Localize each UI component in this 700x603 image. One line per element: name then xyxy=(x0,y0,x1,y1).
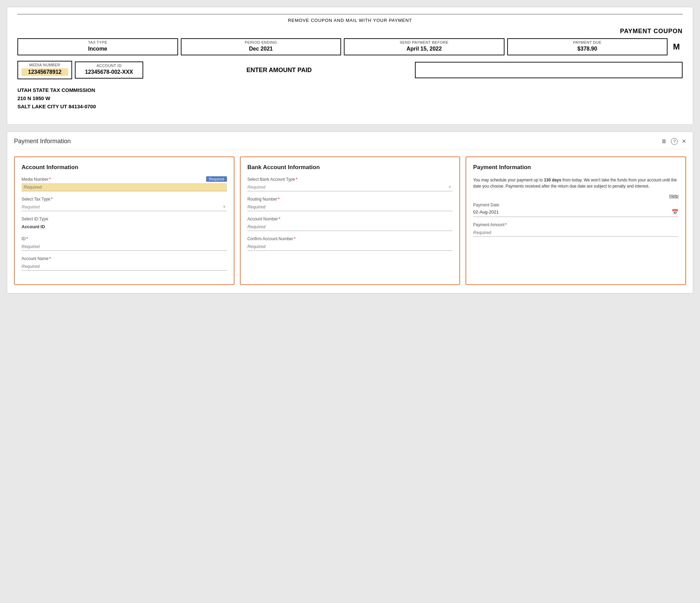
payment-amount-input[interactable] xyxy=(473,229,678,237)
select-bank-type[interactable]: Required xyxy=(247,183,453,191)
account-number-input[interactable] xyxy=(247,223,453,231)
tax-type-value: Income xyxy=(22,46,174,52)
select-id-type-field-group: Select ID Type Account ID xyxy=(22,217,227,231)
coupon-fields-row-2: MEDIA NUMBER 12345678912 ACCOUNT ID 1234… xyxy=(17,61,683,79)
send-payment-box: SEND PAYMENT BEFORE April 15, 2022 xyxy=(344,38,504,55)
select-bank-wrapper[interactable]: Required xyxy=(247,183,453,191)
payment-info-section: Payment Information 🗎 ? × Account Inform… xyxy=(7,132,693,293)
account-information-card: Account Information Media Number* Requir… xyxy=(14,156,234,285)
account-number-field-group: Account Number* xyxy=(247,217,453,231)
address-line1: UTAH STATE TAX COMMISSION xyxy=(17,86,683,94)
account-id-box: ACCOUNT ID 12345678-002-XXX xyxy=(75,61,143,79)
payment-due-label: PAYMENT DUE xyxy=(511,40,664,44)
amount-input-box[interactable] xyxy=(415,62,683,78)
confirm-account-input[interactable] xyxy=(247,243,453,251)
tax-type-box: TAX TYPE Income xyxy=(17,38,178,55)
id-input[interactable] xyxy=(22,243,227,251)
media-number-field-group: Media Number* Required xyxy=(22,177,227,191)
document-icon[interactable]: 🗎 xyxy=(661,138,667,145)
id-field-label: ID* xyxy=(22,236,227,241)
select-tax-type-field-group: Select Tax Type* Required xyxy=(22,197,227,211)
confirm-account-field-group: Confirm Account Number* xyxy=(247,236,453,251)
bank-account-information-card: Bank Account Information Select Bank Acc… xyxy=(240,156,460,285)
payment-info-icons: 🗎 ? × xyxy=(661,137,686,145)
send-payment-value: April 15, 2022 xyxy=(348,46,500,52)
payment-info-description: You may schedule your payment up to 130 … xyxy=(473,177,678,189)
coupon-instruction: REMOVE COUPON AND MAIL WITH YOUR PAYMENT xyxy=(17,18,683,23)
payment-amount-label: Payment Amount* xyxy=(473,222,678,227)
id-field-group: ID* xyxy=(22,236,227,251)
select-id-type-label: Select ID Type xyxy=(22,217,227,221)
payment-due-box: PAYMENT DUE $378.90 xyxy=(507,38,668,55)
help-circle-icon[interactable]: ? xyxy=(671,138,678,145)
help-link[interactable]: Help xyxy=(473,193,678,198)
media-number-value: 12345678912 xyxy=(22,68,68,76)
close-icon[interactable]: × xyxy=(682,137,686,145)
account-name-input[interactable] xyxy=(22,262,227,271)
routing-number-input[interactable] xyxy=(247,203,453,211)
period-ending-box: PERIOD ENDING Dec 2021 xyxy=(181,38,341,55)
payment-info-header: Payment Information 🗎 ? × xyxy=(14,137,686,150)
select-tax-type-wrapper[interactable]: Required xyxy=(22,203,227,211)
period-ending-value: Dec 2021 xyxy=(185,46,337,52)
bank-card-title: Bank Account Information xyxy=(247,164,453,171)
calendar-icon[interactable]: 📅 xyxy=(672,209,678,215)
select-tax-type-label: Select Tax Type* xyxy=(22,197,227,202)
account-id-value: 12345678-002-XXX xyxy=(79,69,139,75)
payment-date-label: Payment Date xyxy=(473,203,678,207)
confirm-account-label: Confirm Account Number* xyxy=(247,236,453,241)
enter-amount-label: ENTER AMOUNT PAID xyxy=(146,67,412,74)
account-id-label: ACCOUNT ID xyxy=(79,64,139,68)
select-bank-label: Select Bank Account Type* xyxy=(247,177,453,182)
media-number-box: MEDIA NUMBER 12345678912 xyxy=(17,61,72,79)
media-number-input[interactable] xyxy=(22,183,227,191)
address-line3: SALT LAKE CITY UT 84134-0700 xyxy=(17,102,683,111)
account-name-label: Account Name* xyxy=(22,256,227,261)
payment-amount-field-group: Payment Amount* xyxy=(473,222,678,237)
period-ending-label: PERIOD ENDING xyxy=(185,40,337,44)
address-line2: 210 N 1950 W xyxy=(17,94,683,102)
payment-coupon-title: PAYMENT COUPON xyxy=(620,28,683,35)
payment-date-value: 02-Aug-2021 xyxy=(473,209,669,215)
m-label: M xyxy=(670,38,683,55)
payment-card-title: Payment Information xyxy=(473,164,678,171)
routing-number-label: Routing Number* xyxy=(247,197,453,202)
send-payment-label: SEND PAYMENT BEFORE xyxy=(348,40,500,44)
payment-information-card: Payment Information You may schedule you… xyxy=(466,156,686,285)
routing-number-field-group: Routing Number* xyxy=(247,197,453,211)
account-card-title: Account Information xyxy=(22,164,227,171)
select-bank-field-group: Select Bank Account Type* Required xyxy=(247,177,453,191)
coupon-address: UTAH STATE TAX COMMISSION 210 N 1950 W S… xyxy=(17,86,683,111)
coupon-fields-row-1: TAX TYPE Income PERIOD ENDING Dec 2021 S… xyxy=(17,38,683,55)
cards-row: Account Information Media Number* Requir… xyxy=(14,156,686,285)
account-name-field-group: Account Name* xyxy=(22,256,227,271)
media-number-label: MEDIA NUMBER xyxy=(22,63,68,67)
payment-info-title: Payment Information xyxy=(14,138,71,145)
account-number-label: Account Number* xyxy=(247,217,453,221)
required-badge: Required xyxy=(206,176,227,182)
select-tax-type[interactable]: Required xyxy=(22,203,227,211)
coupon-header: PAYMENT COUPON xyxy=(17,28,683,35)
media-number-field-label: Media Number* Required xyxy=(22,177,227,182)
payment-date-field-group: Payment Date 02-Aug-2021 📅 xyxy=(473,203,678,217)
select-id-type-value: Account ID xyxy=(22,223,227,231)
tax-type-label: TAX TYPE xyxy=(22,40,174,44)
payment-date-row: 02-Aug-2021 📅 xyxy=(473,209,678,217)
payment-due-value: $378.90 xyxy=(511,46,664,52)
coupon-section: REMOVE COUPON AND MAIL WITH YOUR PAYMENT… xyxy=(7,7,693,125)
